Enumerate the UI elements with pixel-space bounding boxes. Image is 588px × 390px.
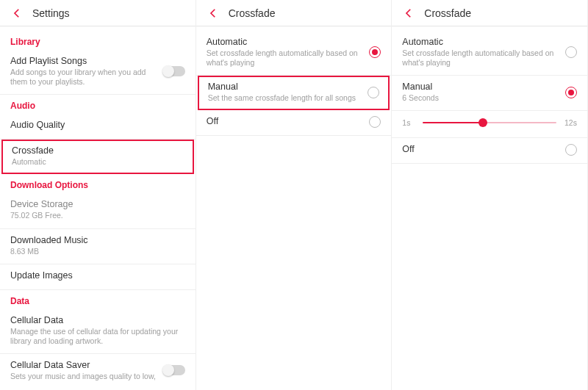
toggle-off-icon[interactable] — [163, 365, 185, 375]
radio-unselected-icon[interactable] — [369, 116, 381, 128]
radio-unselected-icon[interactable] — [565, 144, 577, 156]
toggle-off-icon[interactable] — [163, 66, 185, 76]
section-data: Data — [0, 290, 196, 309]
back-arrow-icon[interactable] — [9, 5, 25, 21]
row-sub: Add songs to your library when you add t… — [10, 68, 163, 87]
cellular-data-row[interactable]: Cellular Data Manage the use of cellular… — [0, 309, 196, 354]
row-sub: Automatic — [12, 157, 184, 167]
slider-max-label: 12s — [562, 118, 577, 127]
radio-selected-icon[interactable] — [369, 46, 381, 58]
crossfade-content: Automatic Set crossfade length automatic… — [392, 26, 587, 164]
row-sub: Manage the use of cellular data for upda… — [10, 327, 185, 346]
crossfade-row[interactable]: Crossfade Automatic — [1, 140, 194, 174]
radio-unselected-icon[interactable] — [565, 46, 577, 58]
row-title: Off — [402, 144, 565, 154]
header: Crossfade — [392, 0, 587, 26]
row-sub: 75.02 GB Free. — [10, 211, 185, 220]
manual-row[interactable]: Manual 6 Seconds — [392, 76, 587, 111]
update-images-row[interactable]: Update Images — [0, 264, 196, 290]
row-title: Crossfade — [12, 145, 184, 156]
slider-min-label: 1s — [402, 118, 417, 127]
crossfade-screen-manual: Crossfade Automatic Set crossfade length… — [392, 0, 588, 390]
row-title: Update Images — [10, 270, 185, 281]
settings-screen: Settings Library Add Playlist Songs Add … — [0, 0, 196, 390]
audio-quality-row[interactable]: Audio Quality — [0, 114, 196, 140]
row-title: Off — [207, 116, 370, 126]
row-title: Audio Quality — [10, 120, 185, 130]
row-title: Downloaded Music — [10, 235, 185, 245]
row-title: Add Playlist Songs — [10, 56, 163, 66]
row-sub: Set crossfade length automatically based… — [207, 48, 370, 68]
page-title: Crossfade — [229, 7, 276, 19]
header: Crossfade — [196, 0, 392, 26]
row-title: Device Storage — [10, 199, 185, 209]
automatic-row[interactable]: Automatic Set crossfade length automatic… — [392, 31, 587, 76]
off-row[interactable]: Off — [392, 138, 587, 164]
row-sub: 8.63 MB — [10, 247, 185, 256]
crossfade-content: Automatic Set crossfade length automatic… — [196, 26, 392, 136]
row-sub: 6 Seconds — [402, 93, 565, 103]
crossfade-slider[interactable] — [423, 122, 556, 123]
row-title: Automatic — [207, 37, 370, 47]
cellular-saver-row[interactable]: Cellular Data Saver Sets your music and … — [0, 354, 196, 389]
back-arrow-icon[interactable] — [205, 5, 221, 21]
radio-unselected-icon[interactable] — [368, 87, 379, 98]
row-title: Cellular Data Saver — [10, 360, 163, 370]
row-sub: Set the same crossfade length for all so… — [208, 93, 368, 103]
row-title: Manual — [208, 82, 368, 92]
off-row[interactable]: Off — [196, 110, 392, 136]
row-sub: Sets your music and images quality to lo… — [10, 372, 163, 381]
device-storage-row[interactable]: Device Storage 75.02 GB Free. — [0, 193, 196, 228]
page-title: Crossfade — [424, 7, 471, 19]
header: Settings — [0, 0, 196, 26]
section-audio: Audio — [0, 95, 196, 114]
row-title: Cellular Data — [10, 315, 185, 325]
row-title: Automatic — [402, 37, 565, 47]
manual-row[interactable]: Manual Set the same crossfade length for… — [198, 76, 390, 110]
page-title: Settings — [32, 7, 70, 19]
crossfade-slider-row: 1s 12s — [392, 111, 587, 138]
crossfade-screen-auto: Crossfade Automatic Set crossfade length… — [196, 0, 392, 390]
slider-thumb-icon[interactable] — [478, 118, 487, 127]
section-download: Download Options — [0, 174, 196, 193]
settings-content: Library Add Playlist Songs Add songs to … — [0, 26, 196, 389]
back-arrow-icon[interactable] — [401, 5, 417, 21]
downloaded-music-row[interactable]: Downloaded Music 8.63 MB — [0, 229, 196, 264]
row-title: Manual — [402, 82, 565, 92]
add-playlist-row[interactable]: Add Playlist Songs Add songs to your lib… — [0, 50, 196, 95]
row-sub: Set crossfade length automatically based… — [402, 48, 565, 68]
automatic-row[interactable]: Automatic Set crossfade length automatic… — [196, 31, 392, 76]
section-library: Library — [0, 31, 196, 50]
radio-selected-icon[interactable] — [565, 87, 577, 98]
